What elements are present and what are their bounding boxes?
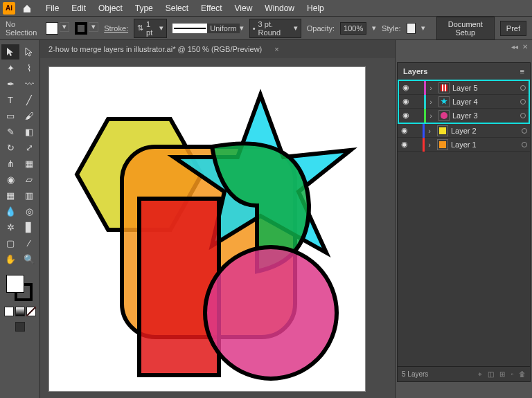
column-graph-tool-icon[interactable]: ▊ (20, 219, 38, 235)
target-icon[interactable] (519, 127, 530, 135)
stroke-weight[interactable]: ⇅1 pt▾ (134, 19, 167, 38)
expand-icon[interactable]: › (425, 141, 434, 149)
curvature-tool-icon[interactable]: 〰 (20, 76, 38, 91)
zoom-tool-icon[interactable]: 🔍 (20, 251, 38, 266)
gradient-tool-icon[interactable]: ▥ (20, 188, 38, 203)
visibility-toggle-icon[interactable]: ◉ (399, 97, 413, 106)
target-icon[interactable] (517, 98, 529, 106)
free-transform-tool-icon[interactable]: ▦ (20, 156, 38, 171)
direct-selection-tool-icon[interactable] (20, 44, 38, 60)
document-setup-button[interactable]: Document Setup (436, 17, 495, 40)
layer-name[interactable]: Layer 5 (452, 84, 517, 92)
visibility-toggle-icon[interactable]: ◉ (398, 140, 411, 149)
locate-object-icon[interactable]: ⌖ (478, 370, 482, 379)
mesh-tool-icon[interactable]: ▦ (1, 188, 19, 203)
fill-stroke-control[interactable] (0, 272, 39, 334)
circle-shape[interactable] (205, 247, 337, 379)
eraser-tool-icon[interactable]: ◧ (20, 124, 38, 139)
expand-icon[interactable]: › (426, 111, 436, 120)
target-icon[interactable] (517, 84, 529, 92)
shaper-tool-icon[interactable]: ✎ (1, 124, 19, 139)
style-label: Style: (382, 24, 401, 33)
layer-row[interactable]: ◉ › Layer 3 (399, 109, 529, 123)
layers-panel-title: Layers (403, 67, 427, 75)
none-mode-icon[interactable] (26, 307, 36, 316)
menu-effect[interactable]: Effect (195, 1, 227, 16)
symbol-sprayer-tool-icon[interactable]: ✲ (1, 219, 19, 235)
layer-name[interactable]: Layer 3 (452, 111, 517, 120)
rotate-tool-icon[interactable]: ↻ (1, 140, 19, 155)
layer-name[interactable]: Layer 1 (451, 141, 519, 149)
magic-wand-tool-icon[interactable]: ✦ (1, 60, 19, 75)
line-tool-icon[interactable]: ╱ (20, 92, 38, 107)
pen-tool-icon[interactable]: ✒ (1, 76, 19, 91)
opacity-field[interactable]: 100% (340, 22, 366, 35)
menu-help[interactable]: Help (301, 1, 330, 16)
color-mode-icon[interactable] (4, 307, 14, 316)
artboard-tool-icon[interactable]: ▢ (1, 235, 19, 251)
document-tab[interactable]: 2-how to merge layers in illustrator.ai*… (40, 40, 395, 58)
scale-tool-icon[interactable]: ⤢ (20, 140, 38, 155)
make-clipping-mask-icon[interactable]: ◫ (488, 370, 494, 379)
menu-select[interactable]: Select (160, 1, 194, 16)
layer-count: 5 Layers (402, 370, 428, 378)
menu-view[interactable]: View (229, 1, 258, 16)
layer-row[interactable]: ◉ › Layer 1 (398, 138, 530, 152)
layer-name[interactable]: Layer 4 (452, 98, 517, 106)
preferences-button[interactable]: Pref (500, 21, 526, 36)
layer-thumb-icon (437, 139, 448, 150)
perspective-tool-icon[interactable]: ▱ (20, 172, 38, 187)
gradient-mode-icon[interactable] (15, 307, 25, 316)
layer-row[interactable]: ◉ › Layer 5 (399, 81, 529, 95)
type-tool-icon[interactable]: T (1, 92, 19, 107)
expand-icon[interactable]: › (426, 84, 436, 92)
menu-file[interactable]: File (40, 1, 64, 16)
menu-object[interactable]: Object (93, 1, 128, 16)
stroke-label[interactable]: Stroke: (104, 24, 128, 33)
lasso-tool-icon[interactable]: ⌇ (20, 60, 38, 75)
app-logo: Ai (3, 2, 15, 15)
visibility-toggle-icon[interactable]: ◉ (398, 126, 411, 135)
home-icon[interactable] (21, 2, 33, 15)
rectangle-tool-icon[interactable]: ▭ (1, 108, 19, 123)
eyedropper-tool-icon[interactable]: 💧 (1, 203, 19, 219)
canvas-area: 2-how to merge layers in illustrator.ai*… (40, 40, 395, 398)
paintbrush-tool-icon[interactable]: 🖌 (20, 108, 38, 123)
menu-type[interactable]: Type (130, 1, 159, 16)
stroke-profile[interactable]: Uniform▾ (172, 24, 244, 33)
expand-icon[interactable]: › (426, 98, 436, 106)
visibility-toggle-icon[interactable]: ◉ (399, 111, 413, 120)
layer-thumb-icon (438, 110, 450, 121)
close-tab-icon[interactable]: × (274, 45, 278, 53)
target-icon[interactable] (519, 141, 530, 149)
expand-icon[interactable]: › (425, 127, 434, 135)
visibility-toggle-icon[interactable]: ◉ (399, 83, 413, 92)
layer-row[interactable]: ◉ › Layer 2 (398, 124, 530, 138)
slice-tool-icon[interactable]: ⁄ (20, 235, 38, 251)
selection-tool-icon[interactable] (1, 44, 19, 60)
panel-collapse-icon[interactable]: ◂◂ (511, 43, 518, 51)
panel-menu-icon[interactable]: ≡ (520, 67, 524, 75)
target-icon[interactable] (517, 111, 529, 120)
rectangle-shape[interactable] (139, 199, 219, 375)
shape-builder-tool-icon[interactable]: ◉ (1, 172, 19, 187)
layer-row[interactable]: ◉ › Layer 4 (399, 95, 529, 109)
fill-swatch[interactable]: ▾ (46, 22, 69, 35)
brush-def[interactable]: •3 pt. Round▾ (249, 19, 301, 38)
width-tool-icon[interactable]: ⋔ (1, 156, 19, 171)
panel-close-icon[interactable]: ✕ (522, 43, 528, 51)
delete-layer-icon[interactable]: 🗑 (519, 370, 526, 379)
style-swatch[interactable] (407, 23, 416, 34)
stroke-swatch[interactable]: ▾ (75, 22, 98, 35)
menu-edit[interactable]: Edit (66, 1, 91, 16)
blend-tool-icon[interactable]: ◎ (20, 203, 38, 219)
layer-name[interactable]: Layer 2 (451, 127, 519, 135)
new-sublayer-icon[interactable]: ⊞ (499, 370, 505, 379)
menu-window[interactable]: Window (259, 1, 300, 16)
options-bar: No Selection ▾ ▾ Stroke: ⇅1 pt▾ Uniform▾… (0, 17, 532, 40)
artboard[interactable] (48, 66, 366, 392)
screen-mode-icon[interactable] (15, 322, 25, 332)
hand-tool-icon[interactable]: ✋ (1, 251, 19, 266)
new-layer-icon[interactable]: ▫ (511, 370, 513, 379)
fill-color-icon[interactable] (6, 275, 24, 293)
